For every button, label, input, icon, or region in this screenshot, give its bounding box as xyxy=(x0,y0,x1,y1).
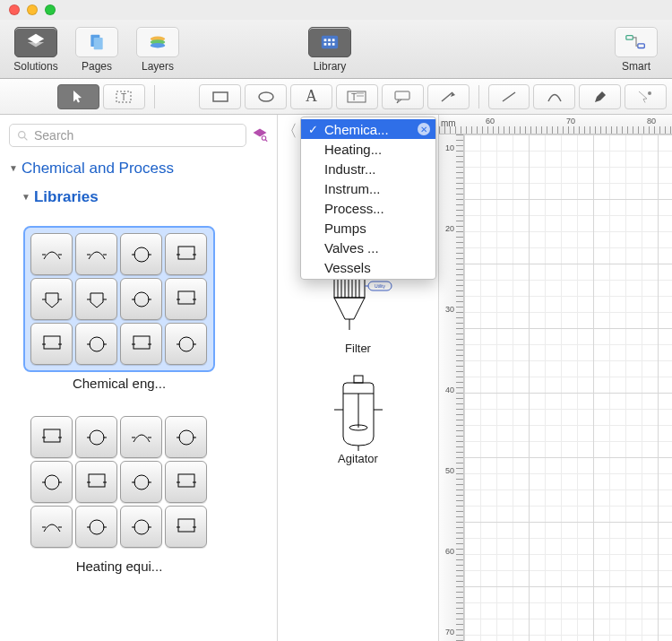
ellipse-tool[interactable] xyxy=(245,84,287,109)
svg-rect-11 xyxy=(332,43,335,46)
edit-points-tool[interactable] xyxy=(625,84,667,109)
chevron-down-icon: ▼ xyxy=(9,163,18,173)
curve-tool[interactable] xyxy=(533,84,575,109)
svg-text:Utility: Utility xyxy=(374,283,385,289)
canvas-grid xyxy=(464,134,672,641)
stencil-icon xyxy=(75,416,117,458)
stencil-icon xyxy=(120,233,162,275)
arrow-tool[interactable] xyxy=(427,84,470,109)
rect-tool[interactable] xyxy=(199,84,241,109)
dropdown-item[interactable]: Process... xyxy=(301,198,435,218)
svg-rect-50 xyxy=(44,336,60,349)
library-card-label: Heating equi... xyxy=(25,559,213,574)
stencil-icon xyxy=(30,416,73,458)
dropdown-item[interactable]: Valves ... xyxy=(301,238,435,257)
stencil-icon xyxy=(120,416,162,458)
stencil-icon xyxy=(75,233,117,275)
layers-icon xyxy=(148,32,168,52)
svg-rect-6 xyxy=(324,39,327,41)
library-icon xyxy=(320,33,340,51)
dropdown-item[interactable]: Heating... xyxy=(301,139,435,159)
stencil-icon xyxy=(30,278,73,320)
svg-point-34 xyxy=(134,247,149,262)
svg-line-24 xyxy=(503,92,515,101)
window-titlebar xyxy=(0,0,672,20)
svg-rect-9 xyxy=(324,43,327,46)
svg-rect-1 xyxy=(94,38,103,49)
pages-icon xyxy=(88,32,106,52)
ruler-horizontal: mm 60 70 80 xyxy=(439,115,672,134)
drawing-canvas[interactable]: mm 60 70 80 10 20 30 40 50 60 70 xyxy=(439,115,672,641)
dropdown-item[interactable]: Chemica...✕ xyxy=(301,119,435,139)
stencil-icon xyxy=(120,461,162,503)
svg-rect-7 xyxy=(328,39,331,41)
layers-button[interactable]: Layers xyxy=(127,23,188,75)
stencil-icon xyxy=(120,323,162,365)
smart-label: Smart xyxy=(622,60,650,73)
library-dropdown[interactable]: Chemica...✕Heating...Industr...Instrum..… xyxy=(300,117,436,280)
line-tool[interactable] xyxy=(488,84,530,109)
smart-icon xyxy=(625,33,648,51)
solutions-button[interactable]: Solutions xyxy=(5,23,66,75)
smart-button[interactable]: Smart xyxy=(606,23,667,75)
back-icon[interactable]: 〈 xyxy=(281,120,297,142)
stencil-icon xyxy=(165,278,207,320)
svg-rect-10 xyxy=(328,43,331,46)
layers-label: Layers xyxy=(142,60,174,73)
callout-tool[interactable] xyxy=(382,84,424,109)
shapes-panel: 〈 Screen Utility Filter Agitator xyxy=(278,115,439,641)
svg-point-44 xyxy=(134,292,149,307)
search-placeholder: Search xyxy=(34,128,73,143)
close-icon[interactable]: ✕ xyxy=(418,123,430,135)
stencil-icon xyxy=(30,233,73,275)
library-card[interactable] xyxy=(25,228,213,370)
stencil-icon xyxy=(75,278,117,320)
shape-item[interactable]: Utility Filter xyxy=(318,266,399,371)
stencil-icon xyxy=(165,506,207,548)
dropdown-item[interactable]: Vessels xyxy=(301,257,435,277)
stencil-icon xyxy=(120,278,162,320)
pointer-tool[interactable] xyxy=(57,84,99,109)
tree-libraries[interactable]: ▼Libraries xyxy=(9,188,268,206)
dropdown-item[interactable]: Industr... xyxy=(301,159,435,178)
svg-line-29 xyxy=(265,140,267,142)
stencil-icon xyxy=(165,416,207,458)
dropdown-item[interactable]: Pumps xyxy=(301,218,435,238)
svg-text:T: T xyxy=(351,92,357,102)
svg-rect-111 xyxy=(354,376,363,383)
svg-point-79 xyxy=(134,475,149,489)
main-toolbar: Solutions Pages Layers Library Smart xyxy=(0,20,672,79)
svg-rect-76 xyxy=(89,474,105,487)
minimize-icon[interactable] xyxy=(27,4,38,15)
svg-rect-37 xyxy=(178,247,194,259)
solutions-icon xyxy=(26,32,46,52)
shape-item[interactable]: Agitator xyxy=(318,377,399,481)
svg-point-73 xyxy=(45,475,59,489)
dropdown-item[interactable]: Instrum... xyxy=(301,178,435,198)
search-options-icon[interactable] xyxy=(252,127,268,143)
library-card[interactable] xyxy=(25,411,213,553)
zoom-icon[interactable] xyxy=(45,4,56,15)
library-cards: Chemical eng... Heating equi... xyxy=(0,224,277,611)
svg-point-4 xyxy=(151,43,166,48)
library-label: Library xyxy=(314,60,347,73)
text-frame-tool[interactable]: T xyxy=(103,84,145,109)
close-icon[interactable] xyxy=(9,4,20,15)
text-tool[interactable]: A xyxy=(290,84,332,109)
svg-line-27 xyxy=(24,137,27,140)
pen-tool[interactable] xyxy=(579,84,621,109)
textbox-tool[interactable]: T xyxy=(336,84,378,109)
search-input[interactable]: Search xyxy=(9,124,246,147)
svg-text:T: T xyxy=(121,92,126,102)
svg-rect-5 xyxy=(322,36,338,49)
stencil-icon xyxy=(120,506,162,548)
svg-rect-62 xyxy=(44,429,60,442)
chevron-down-icon: ▼ xyxy=(22,192,30,202)
library-button[interactable]: Library xyxy=(299,23,360,75)
tree-root[interactable]: ▼Chemical and Process xyxy=(9,160,268,178)
stencil-icon xyxy=(75,323,117,365)
pages-button[interactable]: Pages xyxy=(66,23,127,75)
svg-rect-8 xyxy=(332,39,335,41)
stencil-icon xyxy=(75,506,117,548)
solutions-sidebar: Search ▼Chemical and Process ▼Libraries … xyxy=(0,115,278,641)
